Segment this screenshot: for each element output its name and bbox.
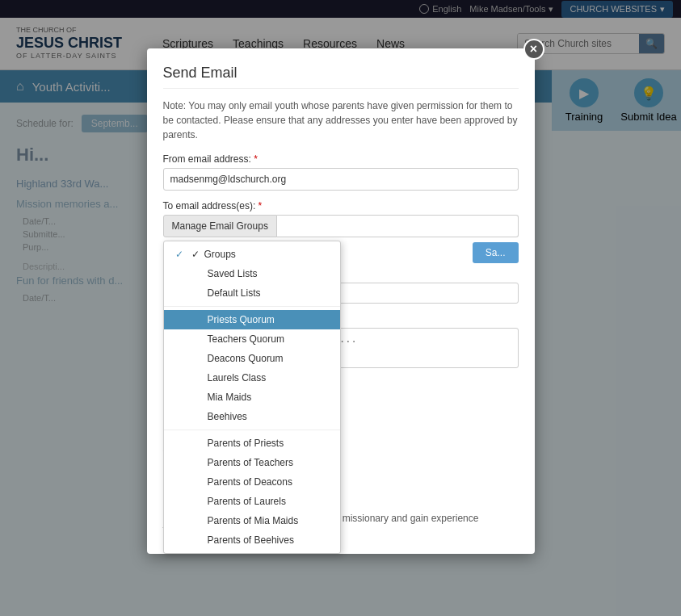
dropdown-item-parents-beehives[interactable]: Parents of Beehives	[164, 530, 340, 550]
default-lists-label: Default Lists	[208, 287, 261, 299]
groups-label: Groups	[204, 249, 236, 260]
dropdown-item-deacons[interactable]: Deacons Quorum	[164, 349, 340, 368]
deacons-quorum-label: Deacons Quorum	[208, 353, 284, 364]
dropdown-item-parents-mia-maids[interactable]: Parents of Mia Maids	[164, 511, 340, 530]
to-field-row: Manage Email Groups ✓ Groups Saved Lists	[163, 215, 519, 237]
parents-of-priests-label: Parents of Priests	[208, 438, 284, 449]
modal-overlay: × Send Email Note: You may only email yo…	[0, 0, 681, 616]
to-email-input[interactable]	[277, 215, 519, 237]
mia-maids-label: Mia Maids	[208, 392, 252, 403]
parents-of-laurels-label: Parents of Laurels	[208, 496, 286, 507]
email-groups-dropdown: ✓ Groups Saved Lists Default Lists	[163, 241, 341, 554]
from-email-input[interactable]	[163, 168, 519, 191]
dropdown-item-teachers[interactable]: Teachers Quorum	[164, 329, 340, 349]
dropdown-item-parents-priests[interactable]: Parents of Priests	[164, 434, 340, 453]
dropdown-item-saved-lists[interactable]: Saved Lists	[164, 264, 340, 283]
manage-email-button[interactable]: Manage Email Groups	[163, 215, 277, 237]
dropdown-item-priests[interactable]: Priests Quorum	[164, 310, 340, 329]
dropdown-section-lists: Priests Quorum Teachers Quorum Deacons Q…	[164, 307, 340, 430]
priests-quorum-label: Priests Quorum	[208, 314, 275, 325]
modal-title: Send Email	[163, 65, 519, 89]
dropdown-item-beehives[interactable]: Beehives	[164, 407, 340, 426]
dropdown-item-mia-maids[interactable]: Mia Maids	[164, 388, 340, 407]
save-button[interactable]: Sa...	[473, 242, 519, 263]
groups-check-icon: ✓	[191, 249, 200, 260]
close-button[interactable]: ×	[523, 39, 544, 60]
modal-note: Note: You may only email youth whose par…	[163, 98, 519, 142]
dropdown-item-parents-teachers[interactable]: Parents of Teachers	[164, 453, 340, 472]
dropdown-item-default-lists[interactable]: Default Lists	[164, 283, 340, 303]
send-email-modal: × Send Email Note: You may only email yo…	[147, 48, 535, 554]
dropdown-section-parents: Parents of Priests Parents of Teachers P…	[164, 430, 340, 553]
dropdown-item-parents-laurels[interactable]: Parents of Laurels	[164, 492, 340, 511]
beehives-label: Beehives	[208, 411, 247, 422]
dropdown-item-parents-deacons[interactable]: Parents of Deacons	[164, 472, 340, 492]
from-label: From email address: *	[163, 153, 519, 165]
parents-of-teachers-label: Parents of Teachers	[208, 457, 294, 468]
parents-of-mia-maids-label: Parents of Mia Maids	[208, 515, 299, 526]
dropdown-section-top: ✓ Groups Saved Lists Default Lists	[164, 241, 340, 307]
laurels-class-label: Laurels Class	[208, 372, 267, 383]
parents-of-deacons-label: Parents of Deacons	[208, 476, 292, 488]
teachers-quorum-label: Teachers Quorum	[208, 333, 284, 345]
to-label: To email address(es): *	[163, 200, 519, 212]
dropdown-item-groups[interactable]: ✓ Groups	[164, 245, 340, 264]
dropdown-item-laurels[interactable]: Laurels Class	[164, 368, 340, 388]
saved-lists-label: Saved Lists	[208, 268, 258, 279]
parents-of-beehives-label: Parents of Beehives	[208, 534, 294, 546]
